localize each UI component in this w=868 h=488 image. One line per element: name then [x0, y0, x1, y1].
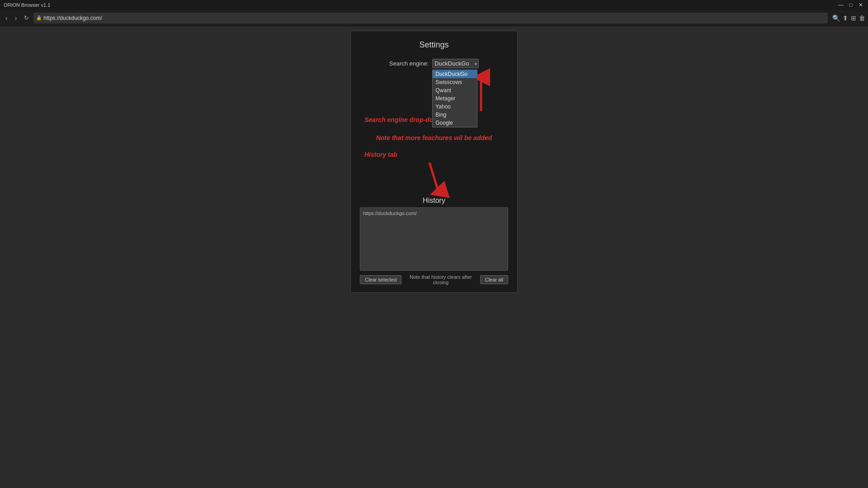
option-swisscows[interactable]: Swisscows: [433, 78, 477, 86]
option-bing[interactable]: Bing: [433, 111, 477, 119]
nav-right-icons: 🔍 ⬆ ⊞ 🗑: [832, 14, 865, 22]
option-qwant[interactable]: Qwant: [433, 86, 477, 94]
option-metager[interactable]: Metager: [433, 94, 477, 103]
option-google[interactable]: Google: [433, 119, 477, 127]
search-engine-annotation-text: Search engine drop-down: [364, 116, 442, 123]
url-bar-wrapper: 🔒: [33, 13, 828, 23]
maximize-button[interactable]: □: [847, 2, 854, 8]
history-annotation-text: History tab: [364, 151, 397, 158]
grid-icon[interactable]: ⊞: [851, 14, 856, 22]
clear-selected-button[interactable]: Clear selected: [360, 275, 401, 284]
option-duckduckgo[interactable]: DuckDuckGo: [433, 70, 477, 78]
history-annotation-area: History tab: [360, 150, 508, 160]
footer-note: Note that history clears after closing: [404, 274, 477, 285]
minimize-button[interactable]: —: [837, 2, 844, 8]
history-list[interactable]: https://duckduckgo.com/: [360, 207, 508, 271]
share-icon[interactable]: ⬆: [843, 14, 848, 22]
title-bar: ORION Browser v1.1 — □ ✕: [0, 0, 868, 10]
settings-title: Settings: [360, 40, 508, 50]
search-engine-dropdown[interactable]: DuckDuckGo Swisscows Qwant Metager Yahoo…: [432, 70, 477, 127]
history-item[interactable]: https://duckduckgo.com/: [362, 210, 506, 217]
history-title: History: [360, 197, 508, 205]
arrow-down-svg: [416, 160, 452, 197]
refresh-button[interactable]: ↻: [21, 14, 32, 22]
option-yahoo[interactable]: Yahoo: [433, 103, 477, 111]
lock-icon: 🔒: [36, 15, 42, 20]
search-engine-row: Search engine: DuckDuckGoSwisscowsQwantM…: [360, 59, 508, 68]
search-engine-select-wrapper: DuckDuckGoSwisscowsQwantMetagerYahooBing…: [432, 59, 479, 68]
search-engine-select[interactable]: DuckDuckGoSwisscowsQwantMetagerYahooBing…: [432, 59, 479, 68]
back-button[interactable]: ‹: [3, 14, 10, 23]
clear-all-button[interactable]: Clear all: [480, 275, 508, 284]
main-content: Settings Search engine: DuckDuckGoSwissc…: [0, 26, 868, 488]
nav-bar: ‹ › ↻ 🔒 🔍 ⬆ ⊞ 🗑: [0, 10, 868, 26]
url-input[interactable]: [43, 15, 825, 21]
search-icon[interactable]: 🔍: [832, 14, 840, 22]
history-arrow-area: [360, 160, 508, 197]
app-title: ORION Browser v1.1: [4, 2, 50, 8]
trash-icon[interactable]: 🗑: [859, 14, 865, 22]
note-text: Note that more feachures wil be added: [360, 127, 508, 150]
settings-panel: Settings Search engine: DuckDuckGoSwissc…: [350, 31, 518, 293]
window-controls: — □ ✕: [837, 2, 864, 8]
history-footer: Clear selected Note that history clears …: [360, 274, 508, 285]
svg-line-3: [429, 163, 439, 192]
search-engine-label: Search engine:: [389, 60, 429, 67]
forward-button[interactable]: ›: [12, 14, 20, 23]
close-button[interactable]: ✕: [857, 2, 864, 8]
